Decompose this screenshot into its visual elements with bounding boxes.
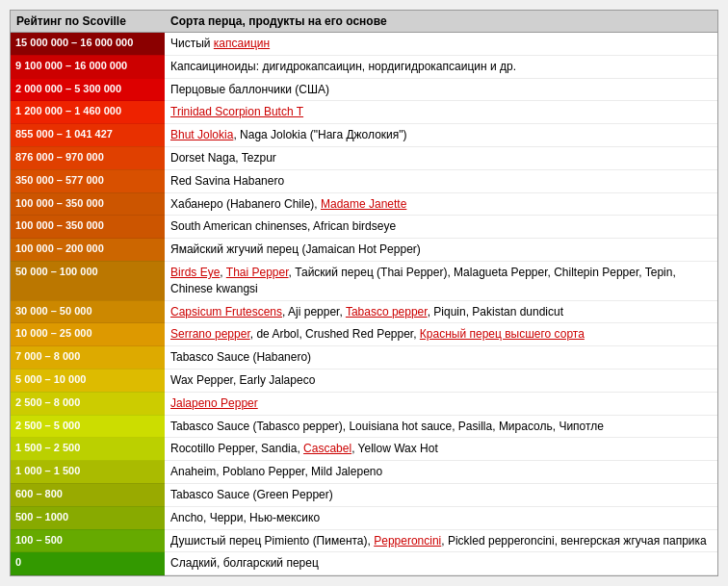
serrano-link[interactable]: Serrano pepper bbox=[170, 327, 250, 341]
table-row: 100 000 – 350 000Хабанеро (Habanero Chil… bbox=[11, 192, 717, 216]
scoville-range: 1 200 000 – 1 460 000 bbox=[11, 101, 165, 124]
pepper-description: Capsicum Frutescens, Aji pepper, Tabasco… bbox=[165, 300, 717, 323]
table-row: 100 000 – 200 000Ямайский жгучий перец (… bbox=[11, 239, 717, 262]
scoville-range: 5 000 – 10 000 bbox=[11, 369, 165, 392]
scoville-range: 855 000 – 1 041 427 bbox=[11, 124, 165, 147]
pepper-description: Anaheim, Poblano Pepper, Mild Jalepeno bbox=[165, 461, 717, 484]
table-row: 5 000 – 10 000Wax Pepper, Early Jalapeco bbox=[11, 369, 717, 392]
table-row: 0Сладкий, болгарский перец bbox=[11, 552, 717, 575]
scoville-range: 100 000 – 350 000 bbox=[11, 216, 165, 239]
pepper-description: Сладкий, болгарский перец bbox=[165, 552, 717, 575]
pepper-description: Birds Eye, Thai Pepper, Тайский перец (T… bbox=[165, 261, 717, 300]
scoville-range: 350 000 – 577 000 bbox=[11, 169, 165, 192]
pepperoncini-link[interactable]: Pepperoncini bbox=[374, 534, 441, 548]
cascabel-link[interactable]: Cascabel bbox=[303, 442, 351, 455]
scoville-range: 15 000 000 – 16 000 000 bbox=[11, 33, 165, 56]
table-row: 876 000 – 970 000Dorset Naga, Tezpur bbox=[11, 146, 717, 169]
table-row: 2 000 000 – 5 300 000Перцовые баллончики… bbox=[11, 78, 717, 101]
scoville-range: 30 000 – 50 000 bbox=[11, 300, 165, 323]
scoville-range: 100 000 – 200 000 bbox=[11, 239, 165, 262]
table-row: 1 500 – 2 500Rocotillo Pepper, Sandia, C… bbox=[11, 438, 717, 461]
jalapeno-link[interactable]: Jalapeno Pepper bbox=[170, 396, 258, 410]
scoville-range: 10 000 – 25 000 bbox=[11, 323, 165, 346]
pepper-description: Bhut Jolokia, Naga Jolokia ("Нага Джолок… bbox=[165, 124, 717, 147]
header-scoville: Рейтинг по Scoville bbox=[11, 11, 165, 33]
pepper-description: Trinidad Scorpion Butch T bbox=[165, 101, 717, 124]
header-peppers: Сорта перца, продукты на его основе bbox=[165, 11, 717, 33]
tabasco-pepper-link[interactable]: Tabasco pepper bbox=[346, 305, 428, 318]
scoville-range: 100 000 – 350 000 bbox=[11, 192, 165, 216]
pepper-description: Rocotillo Pepper, Sandia, Cascabel, Yell… bbox=[165, 438, 717, 461]
pepper-description: Jalapeno Pepper bbox=[165, 392, 717, 415]
madame-janette-link[interactable]: Madame Janette bbox=[321, 197, 406, 211]
scoville-range: 600 – 800 bbox=[11, 483, 165, 506]
scoville-range: 50 000 – 100 000 bbox=[11, 261, 165, 300]
table-row: 9 100 000 – 16 000 000Капсаициноиды: диг… bbox=[11, 55, 717, 78]
scoville-range: 7 000 – 8 000 bbox=[11, 346, 165, 369]
capsicum-link[interactable]: Capsicum Frutescens bbox=[170, 305, 282, 318]
table-row: 15 000 000 – 16 000 000Чистый капсаицин bbox=[11, 33, 717, 56]
scoville-table: Рейтинг по Scoville Сорта перца, продукт… bbox=[10, 10, 718, 576]
scoville-range: 9 100 000 – 16 000 000 bbox=[11, 55, 165, 78]
birds-eye-link[interactable]: Birds Eye bbox=[170, 266, 220, 279]
table-row: 10 000 – 25 000Serrano pepper, de Arbol,… bbox=[11, 323, 717, 346]
scoville-range: 876 000 – 970 000 bbox=[11, 146, 165, 169]
table-row: 350 000 – 577 000Red Savina Habanero bbox=[11, 169, 717, 192]
pepper-description: Ancho, Черри, Нью-мексико bbox=[165, 506, 717, 529]
scoville-range: 100 – 500 bbox=[11, 529, 165, 552]
table-row: 100 – 500Душистый перец Pimiento (Пимент… bbox=[11, 529, 717, 552]
pepper-description: Serrano pepper, de Arbol, Crushed Red Pe… bbox=[165, 323, 717, 346]
table-row: 7 000 – 8 000Tabasco Sauce (Habanero) bbox=[11, 346, 717, 369]
capsaicin-link[interactable]: капсаицин bbox=[214, 37, 270, 50]
table-row: 855 000 – 1 041 427Bhut Jolokia, Naga Jo… bbox=[11, 124, 717, 147]
table-row: 50 000 – 100 000Birds Eye, Thai Pepper, … bbox=[11, 261, 717, 300]
bhut-link[interactable]: Bhut Jolokia bbox=[170, 128, 233, 141]
pepper-description: Dorset Naga, Tezpur bbox=[165, 146, 717, 169]
pepper-description: Капсаициноиды: дигидрокапсаицин, нордиги… bbox=[165, 55, 717, 78]
scoville-range: 2 500 – 8 000 bbox=[11, 392, 165, 415]
table-row: 1 200 000 – 1 460 000Trinidad Scorpion B… bbox=[11, 101, 717, 124]
pepper-description: Wax Pepper, Early Jalapeco bbox=[165, 369, 717, 392]
pepper-description: Душистый перец Pimiento (Пимента), Peppe… bbox=[165, 529, 717, 552]
scoville-range: 1 000 – 1 500 bbox=[11, 461, 165, 484]
pepper-description: South American chinenses, African birdse… bbox=[165, 216, 717, 239]
table-row: 600 – 800Tabasco Sauce (Green Pepper) bbox=[11, 483, 717, 506]
scoville-range: 2 500 – 5 000 bbox=[11, 415, 165, 438]
trinidad-link[interactable]: Trinidad Scorpion Butch T bbox=[170, 105, 303, 118]
pepper-description: Ямайский жгучий перец (Jamaican Hot Pepp… bbox=[165, 239, 717, 262]
scoville-range: 0 bbox=[11, 552, 165, 575]
pepper-description: Хабанеро (Habanero Chile), Madame Janett… bbox=[165, 192, 717, 216]
table-row: 500 – 1000Ancho, Черри, Нью-мексико bbox=[11, 506, 717, 529]
scoville-range: 500 – 1000 bbox=[11, 506, 165, 529]
pepper-description: Чистый капсаицин bbox=[165, 33, 717, 56]
table-row: 100 000 – 350 000South American chinense… bbox=[11, 216, 717, 239]
thai-pepper-link[interactable]: Thai Pepper bbox=[226, 266, 289, 279]
table-row: 2 500 – 8 000Jalapeno Pepper bbox=[11, 392, 717, 415]
table-row: 1 000 – 1 500Anaheim, Poblano Pepper, Mi… bbox=[11, 461, 717, 484]
pepper-description: Tabasco Sauce (Tabasco pepper), Louisian… bbox=[165, 415, 717, 438]
scoville-range: 1 500 – 2 500 bbox=[11, 438, 165, 461]
table-row: 2 500 – 5 000Tabasco Sauce (Tabasco pepp… bbox=[11, 415, 717, 438]
scoville-range: 2 000 000 – 5 300 000 bbox=[11, 78, 165, 101]
pepper-description: Red Savina Habanero bbox=[165, 169, 717, 192]
pepper-description: Tabasco Sauce (Green Pepper) bbox=[165, 483, 717, 506]
pepper-description: Tabasco Sauce (Habanero) bbox=[165, 346, 717, 369]
red-pepper-link[interactable]: Красный перец высшего сорта bbox=[420, 327, 585, 341]
table-row: 30 000 – 50 000Capsicum Frutescens, Aji … bbox=[11, 300, 717, 323]
pepper-description: Перцовые баллончики (США) bbox=[165, 78, 717, 101]
